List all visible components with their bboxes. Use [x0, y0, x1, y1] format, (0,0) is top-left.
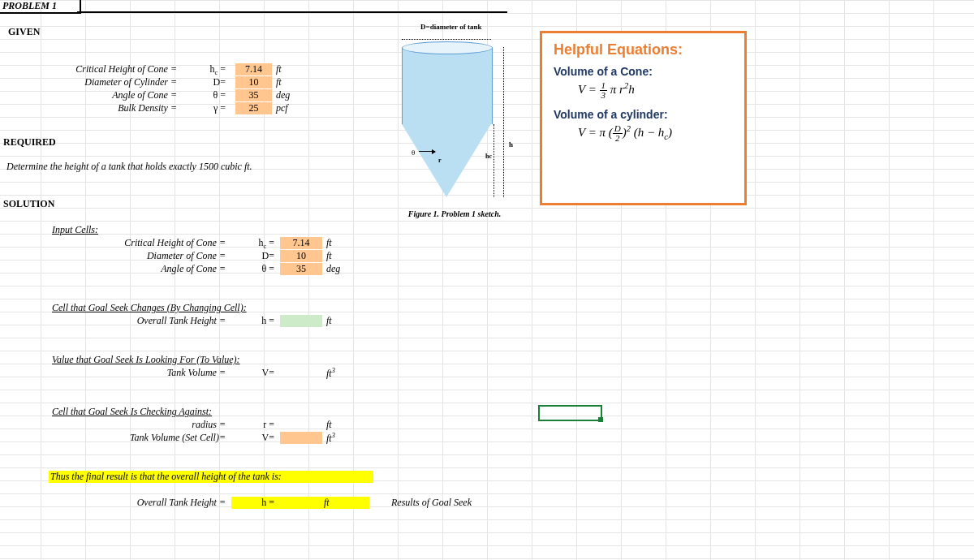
active-cell-cursor[interactable]: [538, 405, 602, 421]
sol-row-value[interactable]: 10: [280, 250, 322, 262]
looking-sym: V=: [231, 367, 276, 379]
eq-cone-header: Volume of a Cone:: [554, 65, 733, 78]
given-row-sym: D=: [183, 76, 227, 88]
given-row-label: Critical Height of Cone =: [16, 63, 179, 75]
chk2-value[interactable]: [280, 432, 322, 444]
chk2-label: Tank Volume (Set Cell)=: [49, 432, 227, 444]
changing-label: Overall Tank Height =: [49, 315, 227, 327]
eq-cone-formula: V = 13 π r2h: [554, 81, 733, 100]
input-cells-header: Input Cells:: [50, 224, 100, 236]
given-row-sym: θ =: [183, 89, 227, 101]
chk2-sym: V=: [231, 432, 276, 444]
sol-row-value[interactable]: 35: [280, 263, 322, 275]
given-row-value[interactable]: 25: [235, 102, 272, 114]
sol-row-sym: hc =: [231, 237, 276, 250]
given-row-unit: ft: [274, 76, 283, 88]
given-row-sym: γ =: [183, 102, 227, 114]
eq-title: Helpful Equations:: [554, 41, 733, 58]
given-row-unit: deg: [274, 89, 291, 101]
sketch-theta-label: θ: [412, 149, 415, 157]
checking-header: Cell that Goal Seek Is Checking Against:: [50, 406, 213, 418]
given-row-sym: hc =: [183, 63, 227, 76]
sol-row-sym: D=: [231, 250, 276, 262]
final-note: Results of Goal Seek: [390, 497, 473, 509]
given-row-unit: ft: [274, 63, 283, 75]
looking-label: Tank Volume =: [49, 367, 227, 379]
chk1-label: radius =: [49, 419, 227, 431]
given-row-unit: pcf: [274, 102, 290, 114]
chk1-unit: ft: [325, 419, 334, 431]
sol-row-label: Critical Height of Cone =: [49, 237, 227, 249]
given-row-label: Diameter of Cylinder =: [16, 76, 179, 88]
chk1-sym: r =: [231, 419, 276, 431]
sol-row-label: Diameter of Cone =: [49, 250, 227, 262]
sol-row-unit: ft: [325, 237, 334, 249]
changing-cell-header: Cell that Goal Seek Changes (By Changing…: [50, 302, 248, 314]
divider: [77, 11, 507, 13]
sketch-d-label: D=diameter of tank: [420, 23, 481, 31]
sketch-r-label: r: [438, 157, 442, 164]
spreadsheet-sheet: PROBLEM 1 GIVEN Critical Height of Cone …: [0, 0, 974, 560]
looking-value[interactable]: [280, 367, 322, 379]
chk2-unit: ft3: [325, 432, 337, 445]
chk1-value[interactable]: [280, 419, 322, 431]
tank-sketch: D=diameter of tank h hc θ r Figure 1. Pr…: [390, 19, 519, 230]
sketch-d-line: [402, 39, 491, 40]
section-given: GIVEN: [6, 26, 41, 38]
sketch-h-line: [503, 47, 504, 197]
sol-row-label: Angle of Cone =: [49, 263, 227, 275]
given-row-value[interactable]: 35: [235, 89, 272, 101]
final-value[interactable]: [276, 497, 322, 509]
given-row-value[interactable]: 7.14: [235, 63, 272, 75]
sketch-cylinder: [402, 47, 493, 124]
changing-unit: ft: [325, 315, 334, 327]
looking-unit: ft3: [325, 367, 337, 380]
changing-sym: h =: [231, 315, 276, 327]
eq-cyl-formula: V = π (D2)2 (h − hc): [554, 124, 733, 143]
given-row-label: Angle of Cone =: [16, 89, 179, 101]
final-unit: ft: [322, 497, 369, 509]
sol-row-unit: ft: [325, 250, 334, 262]
given-row-value[interactable]: 10: [235, 76, 272, 88]
sol-row-sym: θ =: [231, 263, 276, 275]
changing-value[interactable]: [280, 315, 322, 327]
eq-cyl-header: Volume of a cylinder:: [554, 108, 733, 121]
sketch-caption: Figure 1. Problem 1 sketch.: [390, 209, 519, 218]
sketch-top-ellipse: [402, 41, 493, 54]
sketch-theta-arrow: [419, 151, 435, 152]
final-sym: h =: [231, 497, 276, 509]
sketch-h-label: h: [509, 140, 513, 149]
section-required: REQUIRED: [2, 136, 58, 149]
looking-for-header: Value that Goal Seek Is Looking For (To …: [50, 354, 242, 366]
final-result-header: Thus the final result is that the overal…: [49, 471, 373, 483]
sketch-hc-label: hc: [485, 153, 492, 160]
required-text: Determine the height of a tank that hold…: [5, 161, 254, 173]
final-label: Overall Tank Height =: [49, 497, 227, 509]
given-row-label: Bulk Density =: [16, 102, 179, 114]
sol-row-value[interactable]: 7.14: [280, 237, 322, 249]
section-solution: SOLUTION: [2, 198, 56, 210]
equations-box: Helpful Equations: Volume of a Cone: V =…: [540, 31, 747, 205]
sketch-hc-line: [493, 124, 494, 197]
problem-title: PROBLEM 1: [0, 0, 81, 14]
sol-row-unit: deg: [325, 263, 342, 275]
sketch-cone: [402, 124, 491, 197]
